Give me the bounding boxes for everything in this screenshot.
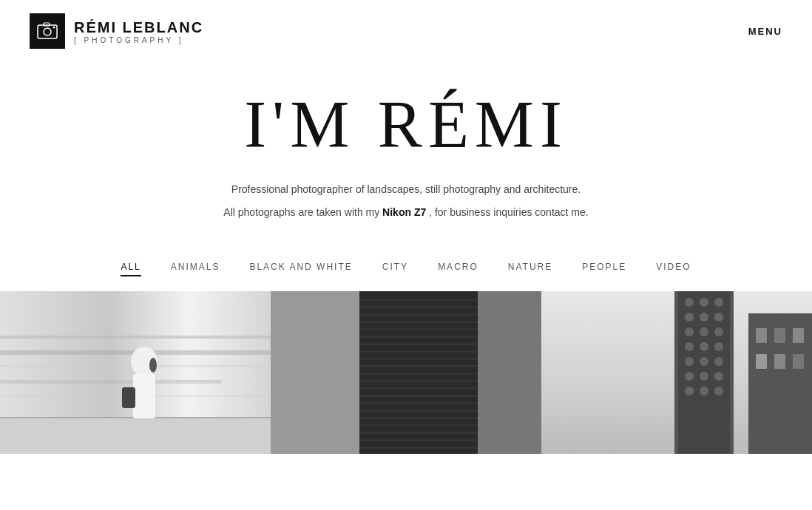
filter-nature[interactable]: NATURE <box>508 262 552 276</box>
svg-rect-70 <box>774 354 785 369</box>
svg-rect-2 <box>44 23 50 26</box>
svg-rect-69 <box>756 354 767 369</box>
svg-point-48 <box>700 313 708 322</box>
svg-point-64 <box>714 387 723 395</box>
filter-animals[interactable]: ANIMALS <box>171 262 220 276</box>
svg-point-49 <box>714 313 723 322</box>
svg-point-60 <box>700 372 708 381</box>
svg-rect-37 <box>359 439 478 441</box>
svg-rect-22 <box>359 328 478 330</box>
svg-rect-32 <box>359 402 478 404</box>
svg-rect-5 <box>0 336 271 339</box>
logo-icon <box>30 13 65 49</box>
svg-rect-15 <box>122 387 135 408</box>
filter-black-and-white[interactable]: BLACK AND WHITE <box>249 262 352 276</box>
svg-point-14 <box>149 358 157 373</box>
hero-desc-after: , for business inquiries contact me. <box>426 206 588 218</box>
filter-people[interactable]: PEOPLE <box>582 262 626 276</box>
svg-point-51 <box>700 327 708 336</box>
svg-point-63 <box>700 387 708 395</box>
svg-point-57 <box>700 357 708 366</box>
filter-nav: ALL ANIMALS BLACK AND WHITE CITY MACRO N… <box>0 241 812 291</box>
svg-rect-25 <box>359 350 478 353</box>
svg-rect-27 <box>359 365 478 367</box>
svg-rect-21 <box>359 321 478 323</box>
svg-rect-30 <box>359 387 478 390</box>
hero-section: I'M RÉMI Professional photographer of la… <box>0 62 812 241</box>
svg-point-52 <box>714 327 723 336</box>
hero-description-line1: Professional photographer of landscapes,… <box>15 180 797 199</box>
menu-button[interactable]: MENU <box>748 26 782 37</box>
logo[interactable]: RÉMI LEBLANC [ PHOTOGRAPHY ] <box>30 13 203 49</box>
svg-rect-20 <box>359 313 478 316</box>
svg-point-62 <box>685 387 694 395</box>
logo-name: RÉMI LEBLANC <box>74 18 203 36</box>
svg-rect-40 <box>478 291 541 454</box>
svg-point-45 <box>700 298 708 307</box>
svg-point-55 <box>714 342 723 351</box>
svg-rect-34 <box>359 417 478 419</box>
svg-point-59 <box>685 372 694 381</box>
svg-point-53 <box>685 342 694 351</box>
svg-point-61 <box>714 372 723 381</box>
svg-rect-66 <box>756 328 767 343</box>
logo-subtitle: [ PHOTOGRAPHY ] <box>74 36 203 44</box>
svg-point-47 <box>685 313 694 322</box>
svg-rect-10 <box>0 417 271 454</box>
svg-rect-23 <box>359 336 478 338</box>
svg-point-56 <box>685 357 694 366</box>
svg-rect-28 <box>359 373 478 375</box>
gallery-item-1[interactable] <box>0 291 271 454</box>
svg-rect-29 <box>359 380 478 382</box>
svg-rect-33 <box>359 409 478 412</box>
svg-point-46 <box>714 298 723 307</box>
filter-video[interactable]: VIDEO <box>656 262 691 276</box>
filter-all[interactable]: ALL <box>121 262 141 276</box>
logo-text: RÉMI LEBLANC [ PHOTOGRAPHY ] <box>74 18 203 44</box>
svg-rect-39 <box>271 291 359 454</box>
svg-rect-31 <box>359 395 478 397</box>
hero-desc-before: All photographs are taken with my <box>223 206 382 218</box>
filter-city[interactable]: CITY <box>382 262 408 276</box>
gallery-item-3[interactable] <box>541 291 812 454</box>
hero-description-line2: All photographs are taken with my Nikon … <box>15 203 797 222</box>
gallery-item-2[interactable] <box>271 291 541 454</box>
svg-rect-18 <box>359 299 478 301</box>
svg-rect-71 <box>793 354 804 369</box>
gallery <box>0 291 812 454</box>
svg-point-58 <box>714 357 723 366</box>
svg-rect-8 <box>0 380 222 384</box>
filter-macro[interactable]: MACRO <box>438 262 478 276</box>
svg-rect-68 <box>793 328 804 343</box>
hero-title: I'M RÉMI <box>15 92 797 158</box>
svg-point-3 <box>53 27 55 29</box>
svg-rect-36 <box>359 432 478 434</box>
svg-point-50 <box>685 327 694 336</box>
svg-rect-38 <box>359 446 478 449</box>
svg-point-54 <box>700 342 708 351</box>
svg-rect-26 <box>359 358 478 360</box>
svg-point-1 <box>44 28 51 35</box>
svg-rect-24 <box>359 343 478 345</box>
hero-camera: Nikon Z7 <box>382 206 426 218</box>
svg-rect-13 <box>133 374 155 418</box>
svg-rect-19 <box>359 306 478 308</box>
svg-rect-35 <box>359 424 478 426</box>
svg-point-44 <box>685 298 694 307</box>
svg-rect-67 <box>774 328 785 343</box>
site-header: RÉMI LEBLANC [ PHOTOGRAPHY ] MENU <box>0 0 812 62</box>
